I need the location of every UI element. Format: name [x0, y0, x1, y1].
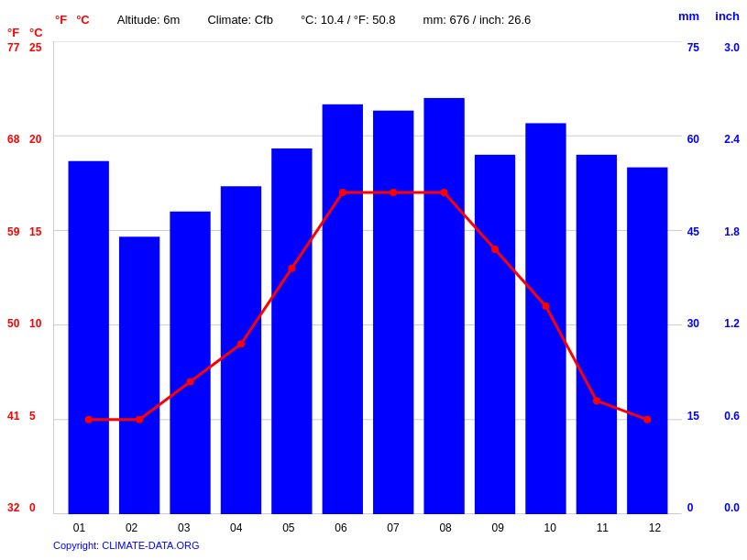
temp-avg-label: °C: 10.4 / °F: 50.8: [301, 13, 396, 27]
left-f-header: °F: [7, 26, 19, 39]
svg-rect-12: [373, 111, 413, 514]
month-06: 06: [314, 522, 367, 534]
month-10: 10: [524, 522, 577, 534]
month-01: 01: [53, 522, 105, 534]
month-03: 03: [158, 522, 210, 534]
svg-rect-6: [69, 161, 109, 514]
svg-point-18: [85, 416, 93, 423]
month-04: 04: [210, 522, 262, 534]
month-11: 11: [577, 522, 629, 534]
precip-avg-label: mm: 676 / inch: 26.6: [423, 13, 532, 27]
svg-point-21: [237, 340, 245, 347]
svg-point-19: [136, 416, 143, 423]
chart-container: °F °C Altitude: 6m Climate: Cfb °C: 10.4…: [0, 0, 747, 560]
svg-rect-13: [423, 98, 464, 514]
f-label: °F: [55, 13, 67, 27]
svg-rect-10: [271, 148, 312, 514]
svg-point-27: [542, 302, 549, 310]
c-label: °C: [76, 13, 90, 27]
svg-rect-16: [577, 155, 617, 514]
svg-point-23: [339, 189, 346, 196]
svg-rect-11: [323, 104, 363, 514]
svg-rect-9: [221, 186, 261, 514]
svg-point-20: [187, 379, 194, 386]
month-08: 08: [420, 522, 472, 534]
month-07: 07: [367, 522, 419, 534]
chart-header: °F °C Altitude: 6m Climate: Cfb °C: 10.4…: [9, 9, 738, 32]
right-axis-inch: 3.0 2.4 1.8 1.2 0.6 0.0: [724, 41, 740, 514]
svg-rect-14: [475, 155, 515, 514]
svg-point-28: [593, 397, 600, 404]
svg-point-25: [441, 189, 448, 196]
svg-point-22: [288, 265, 295, 272]
svg-point-26: [491, 246, 499, 253]
copyright: Copyright: CLIMATE-DATA.ORG: [53, 540, 200, 551]
altitude-label: Altitude: 6m: [117, 13, 181, 27]
left-axis-f: 77 68 59 50 41 32: [7, 41, 19, 514]
svg-rect-7: [119, 236, 159, 514]
svg-rect-15: [525, 123, 566, 514]
svg-point-29: [643, 416, 651, 423]
month-labels: 01 02 03 04 05 06 07 08 09 10 11 12: [53, 522, 681, 534]
month-12: 12: [629, 522, 681, 534]
month-09: 09: [472, 522, 524, 534]
mm-axis-header: mm: [678, 9, 699, 23]
chart-svg: [54, 41, 682, 514]
inch-axis-header: inch: [715, 9, 740, 23]
right-axis-mm: 75 60 45 30 15 0: [687, 41, 699, 514]
svg-point-24: [390, 189, 397, 196]
month-05: 05: [262, 522, 314, 534]
svg-rect-17: [627, 168, 667, 514]
svg-rect-8: [170, 212, 210, 514]
left-axis-c: 25 20 15 10 5 0: [29, 41, 41, 514]
chart-area: [53, 41, 681, 514]
month-02: 02: [105, 522, 158, 534]
left-c-header: °C: [29, 26, 43, 39]
climate-label: Climate: Cfb: [207, 13, 273, 27]
